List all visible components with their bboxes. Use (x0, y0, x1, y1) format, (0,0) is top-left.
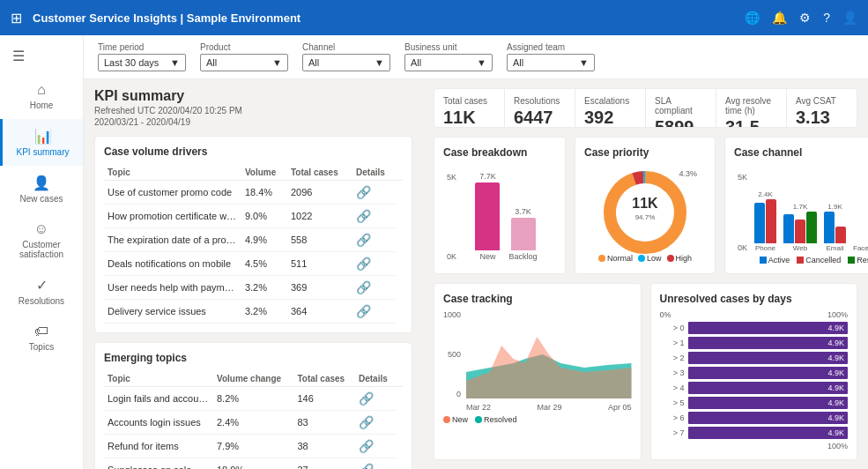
link-icon-4[interactable]: 🔗 (356, 280, 371, 294)
sidebar-item-topics[interactable]: 🏷 Topics (0, 315, 83, 361)
et-details-cell-3[interactable]: 🔗 (355, 458, 396, 470)
details-cell-0[interactable]: 🔗 (352, 181, 396, 205)
details-cell-2[interactable]: 🔗 (352, 228, 396, 252)
et-topic-cell-3: Sunglasses on sale (104, 458, 213, 470)
phone-active-bar (754, 203, 765, 243)
business-unit-select[interactable]: All ▼ (404, 54, 493, 71)
link-icon-3[interactable]: 🔗 (356, 257, 371, 271)
hamburger-menu[interactable]: ☰ (0, 39, 83, 73)
time-period-label: Time period (98, 42, 186, 52)
backlog-bar-label: 3.7K (515, 207, 531, 216)
unresolved-bar-fill-6 (688, 412, 849, 424)
details-cell-4[interactable]: 🔗 (352, 276, 396, 300)
topic-cell-4: User needs help with payment is... (104, 276, 241, 300)
bell-icon[interactable]: 🔔 (772, 11, 787, 25)
new-cases-icon: 👤 (33, 175, 50, 191)
link-icon-2[interactable]: 🔗 (356, 233, 371, 247)
topic-cell-1: How promotion certificate works... (104, 205, 241, 228)
col-topic: Topic (104, 165, 241, 181)
et-volume-cell-2: 7.9% (213, 435, 293, 458)
resolutions-icon: ✓ (36, 277, 48, 294)
globe-icon[interactable]: 🌐 (745, 11, 760, 25)
low-legend-dot (638, 255, 645, 262)
link-icon-1[interactable]: 🔗 (356, 209, 371, 223)
et-topic-cell-2: Refund for items (104, 435, 213, 458)
unresolved-bar-fill-5 (688, 397, 849, 409)
channel-chevron: ▼ (375, 57, 384, 68)
web-resolved-bar (806, 212, 817, 243)
web-x-label: Web (793, 244, 807, 252)
product-select[interactable]: All ▼ (200, 54, 288, 71)
sidebar-item-resolutions[interactable]: ✓ Resolutions (0, 268, 83, 315)
details-cell-1[interactable]: 🔗 (352, 205, 396, 228)
volume-cell-4: 3.2% (241, 276, 287, 300)
link-icon-0[interactable]: 🔗 (356, 185, 371, 199)
unresolved-bar-wrap-2: 4.9K (688, 352, 849, 364)
et-link-icon-3[interactable]: 🔗 (359, 463, 374, 469)
business-unit-chevron: ▼ (477, 57, 486, 68)
sidebar-label-kpi: KPI summary (16, 147, 69, 157)
nav-icons: 🌐 🔔 ⚙ ? 👤 (745, 11, 857, 25)
et-details-cell-2[interactable]: 🔗 (355, 435, 396, 458)
unresolved-day-label-4: > 4 (660, 383, 685, 392)
details-cell-5[interactable]: 🔗 (352, 300, 396, 324)
kpi-item-4: Avg resolve time (h) 31.5 13.9% ▲ (716, 89, 787, 127)
user-icon[interactable]: 👤 (842, 11, 857, 25)
time-period-chevron: ▼ (170, 57, 180, 68)
totalcases-cell-5: 364 (287, 300, 352, 324)
email-active-bar (824, 212, 835, 243)
kpi-value-3: 5899 (655, 117, 707, 128)
unresolved-bar-value-3: 4.9K (827, 368, 844, 377)
gear-icon[interactable]: ⚙ (799, 11, 811, 25)
sidebar-item-csat[interactable]: ☺ Customer satisfaction (0, 212, 83, 268)
backlog-x-label: Backlog (508, 252, 537, 261)
case-channel-card: Case channel 5K 0K 2.4K (724, 137, 868, 274)
topic-cell-0: Use of customer promo code (104, 181, 241, 205)
channel-value: All (308, 57, 319, 68)
filters-bar: Time period Last 30 days ▼ Product All ▼… (84, 35, 868, 79)
resolved-tracking-dot (475, 416, 482, 423)
et-link-icon-0[interactable]: 🔗 (359, 391, 374, 406)
totalcases-cell-1: 1022 (287, 205, 352, 228)
email-label-top: 1.9K (827, 203, 842, 211)
unresolved-bar-fill-0 (688, 322, 849, 334)
case-tracking-card: Case tracking 1000 500 0 (434, 283, 642, 460)
assigned-team-chevron: ▼ (579, 57, 589, 68)
low-legend-label: Low (647, 254, 662, 263)
et-link-icon-1[interactable]: 🔗 (359, 415, 374, 429)
unresolved-title: Unresolved cases by days (660, 293, 849, 305)
time-period-select[interactable]: Last 30 days ▼ (98, 54, 186, 71)
details-cell-3[interactable]: 🔗 (352, 252, 396, 276)
unresolved-bar-value-7: 4.9K (827, 428, 844, 437)
new-x-label: New (479, 252, 495, 261)
new-bar (475, 182, 500, 250)
table-row: Accounts login issues 2.4% 83 🔗 (104, 411, 403, 435)
assigned-team-select[interactable]: All ▼ (507, 54, 595, 71)
case-priority-title: Case priority (584, 146, 706, 159)
et-totalcases-cell-2: 38 (293, 435, 355, 458)
sidebar-item-new-cases[interactable]: 👤 New cases (0, 166, 83, 212)
tracking-x-apr05: Apr 05 (608, 403, 632, 412)
link-icon-5[interactable]: 🔗 (356, 304, 371, 318)
unresolved-bar-fill-2 (688, 352, 849, 364)
et-volume-cell-0: 8.2% (213, 387, 293, 411)
sidebar-item-kpi[interactable]: 📊 KPI summary (0, 119, 83, 166)
et-details-cell-0[interactable]: 🔗 (355, 387, 396, 411)
date-range: 2020/03/21 - 2020/04/19 (94, 117, 412, 127)
unresolved-row-0: > 0 4.9K (660, 322, 849, 334)
et-details-cell-1[interactable]: 🔗 (355, 411, 396, 435)
sidebar-label-topics: Topics (29, 342, 54, 352)
unresolved-bar-value-5: 4.9K (827, 398, 844, 407)
pct-0: 0% (660, 310, 671, 319)
sidebar-item-home[interactable]: ⌂ Home (0, 73, 83, 119)
col-total-cases: Total cases (287, 165, 352, 181)
totalcases-cell-0: 2096 (287, 181, 352, 205)
totalcases-cell-3: 511 (287, 252, 352, 276)
et-link-icon-2[interactable]: 🔗 (359, 439, 374, 453)
help-icon[interactable]: ? (823, 11, 830, 25)
unresolved-by-days-card: Unresolved cases by days 0% 100% > 0 4.9… (650, 283, 858, 460)
channel-select[interactable]: All ▼ (302, 54, 390, 71)
kpi-value-0: 11K (443, 108, 495, 128)
grid-icon[interactable]: ⊞ (11, 10, 22, 26)
case-tracking-title: Case tracking (443, 293, 632, 305)
